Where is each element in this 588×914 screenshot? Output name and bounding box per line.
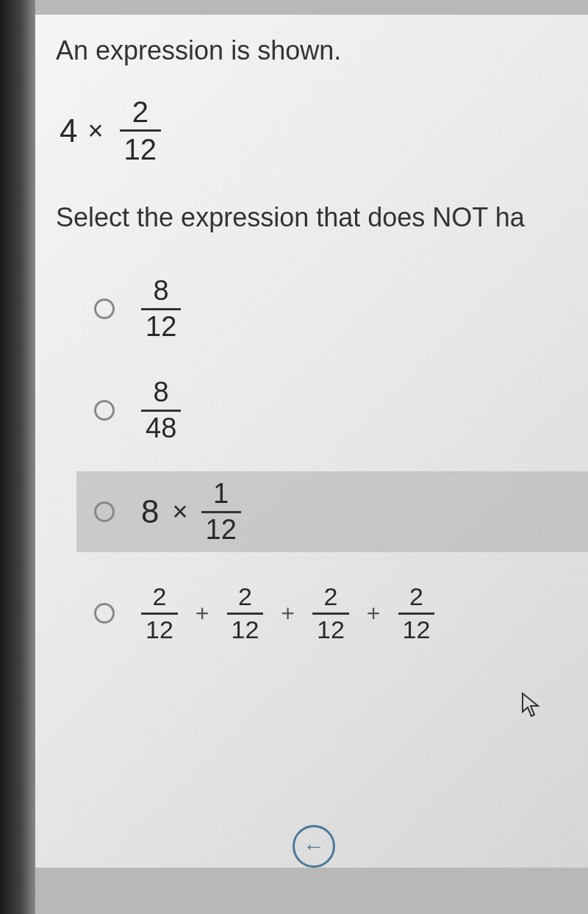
answer-options: 8 12 8 48 8 ×	[56, 268, 588, 654]
given-expression: 4 × 2 12	[56, 96, 588, 165]
expression-whole: 4	[60, 113, 77, 149]
expression-numerator: 2	[128, 96, 153, 129]
option-d-term-3: 2 12	[312, 583, 349, 643]
option-a-fraction: 8 12	[141, 276, 181, 343]
radio-b[interactable]	[94, 400, 115, 421]
question-panel: An expression is shown. 4 × 2 12 Select …	[35, 15, 588, 868]
option-d-plus-3: +	[367, 600, 381, 627]
back-button[interactable]: ←	[293, 825, 335, 868]
option-c-operator: ×	[172, 496, 187, 527]
option-a-denominator: 12	[141, 308, 181, 343]
option-d-plus-1: +	[196, 600, 209, 627]
option-d-term-2: 2 12	[227, 583, 264, 643]
option-b-denominator: 48	[141, 410, 181, 444]
screen-edge	[0, 0, 35, 914]
option-d-plus-2: +	[281, 600, 295, 627]
radio-c[interactable]	[94, 501, 115, 522]
option-b-numerator: 8	[149, 377, 173, 410]
radio-d[interactable]	[94, 603, 115, 624]
option-d-term-4: 2 12	[398, 583, 435, 643]
option-a-numerator: 8	[149, 276, 173, 308]
option-d[interactable]: 2 12 + 2 12 + 2 12 + 2	[85, 573, 588, 654]
expression-fraction: 2 12	[120, 96, 162, 165]
option-c-numerator: 1	[209, 479, 233, 511]
expression-denominator: 12	[120, 129, 162, 165]
back-arrow-icon: ←	[303, 834, 325, 859]
option-d-term-1: 2 12	[141, 583, 178, 643]
question-prompt: An expression is shown.	[56, 35, 588, 66]
cursor-icon	[520, 691, 542, 726]
option-b-fraction: 8 48	[141, 377, 181, 444]
expression-operator: ×	[87, 115, 103, 146]
option-a[interactable]: 8 12	[85, 268, 588, 349]
radio-a[interactable]	[94, 299, 115, 319]
question-instruction: Select the expression that does NOT ha	[56, 202, 588, 233]
option-c-denominator: 12	[201, 511, 241, 546]
option-c-fraction: 1 12	[201, 479, 241, 546]
option-c[interactable]: 8 × 1 12	[76, 471, 588, 552]
option-c-whole: 8	[141, 493, 159, 530]
option-b[interactable]: 8 48	[85, 370, 588, 451]
